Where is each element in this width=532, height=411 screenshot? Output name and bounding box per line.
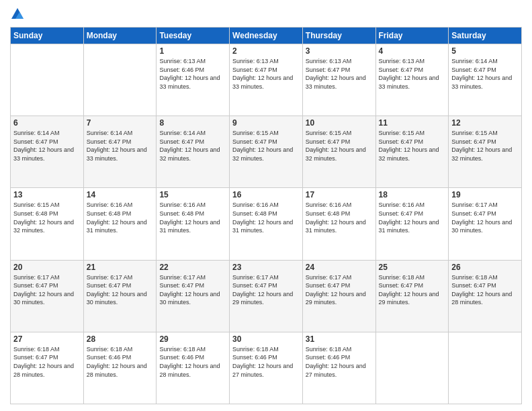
calendar-cell: 31Sunrise: 6:18 AM Sunset: 6:46 PM Dayli… — [302, 332, 375, 404]
calendar-cell: 10Sunrise: 6:15 AM Sunset: 6:47 PM Dayli… — [302, 116, 375, 188]
calendar-cell: 26Sunrise: 6:18 AM Sunset: 6:47 PM Dayli… — [449, 260, 522, 332]
calendar-day-header: Monday — [83, 28, 157, 44]
day-info: Sunrise: 6:14 AM Sunset: 6:47 PM Dayligh… — [159, 129, 226, 163]
day-number: 29 — [159, 334, 226, 344]
calendar-cell: 30Sunrise: 6:18 AM Sunset: 6:46 PM Dayli… — [230, 332, 303, 404]
day-number: 18 — [379, 190, 446, 199]
calendar-cell: 12Sunrise: 6:15 AM Sunset: 6:47 PM Dayli… — [449, 116, 522, 188]
calendar-day-header: Wednesday — [230, 28, 303, 44]
day-info: Sunrise: 6:18 AM Sunset: 6:46 PM Dayligh… — [232, 345, 300, 379]
calendar-cell: 11Sunrise: 6:15 AM Sunset: 6:47 PM Dayli… — [375, 116, 449, 188]
calendar-cell: 20Sunrise: 6:17 AM Sunset: 6:47 PM Dayli… — [11, 260, 84, 332]
day-info: Sunrise: 6:16 AM Sunset: 6:47 PM Dayligh… — [379, 201, 446, 234]
day-info: Sunrise: 6:13 AM Sunset: 6:47 PM Dayligh… — [379, 57, 446, 91]
day-number: 12 — [451, 118, 519, 128]
calendar-header-row: SundayMondayTuesdayWednesdayThursdayFrid… — [11, 28, 522, 44]
day-info: Sunrise: 6:17 AM Sunset: 6:47 PM Dayligh… — [87, 273, 154, 307]
day-number: 11 — [379, 118, 446, 128]
page: SundayMondayTuesdayWednesdayThursdayFrid… — [0, 0, 532, 411]
calendar-cell — [375, 332, 449, 404]
day-info: Sunrise: 6:13 AM Sunset: 6:47 PM Dayligh… — [232, 57, 300, 91]
day-info: Sunrise: 6:17 AM Sunset: 6:47 PM Dayligh… — [232, 273, 300, 307]
day-number: 14 — [87, 190, 154, 199]
calendar-day-header: Saturday — [449, 28, 522, 44]
day-info: Sunrise: 6:15 AM Sunset: 6:47 PM Dayligh… — [451, 129, 519, 163]
day-info: Sunrise: 6:14 AM Sunset: 6:47 PM Dayligh… — [87, 129, 154, 163]
calendar-week-row: 13Sunrise: 6:15 AM Sunset: 6:48 PM Dayli… — [11, 188, 522, 260]
calendar-cell: 23Sunrise: 6:17 AM Sunset: 6:47 PM Dayli… — [230, 260, 303, 332]
calendar-day-header: Sunday — [11, 28, 84, 44]
calendar-cell — [83, 44, 157, 116]
calendar-week-row: 1Sunrise: 6:13 AM Sunset: 6:46 PM Daylig… — [11, 44, 522, 116]
day-number: 1 — [159, 46, 226, 56]
day-number: 19 — [451, 190, 519, 199]
day-number: 2 — [232, 46, 300, 56]
calendar-cell: 14Sunrise: 6:16 AM Sunset: 6:48 PM Dayli… — [83, 188, 157, 260]
day-info: Sunrise: 6:16 AM Sunset: 6:48 PM Dayligh… — [232, 201, 300, 234]
calendar-cell: 24Sunrise: 6:17 AM Sunset: 6:47 PM Dayli… — [302, 260, 375, 332]
day-info: Sunrise: 6:13 AM Sunset: 6:47 PM Dayligh… — [306, 57, 373, 91]
day-number: 23 — [232, 263, 300, 272]
day-info: Sunrise: 6:16 AM Sunset: 6:48 PM Dayligh… — [87, 201, 154, 234]
day-info: Sunrise: 6:15 AM Sunset: 6:48 PM Dayligh… — [13, 201, 81, 234]
calendar-cell: 28Sunrise: 6:18 AM Sunset: 6:46 PM Dayli… — [83, 332, 157, 404]
day-info: Sunrise: 6:18 AM Sunset: 6:46 PM Dayligh… — [306, 345, 373, 379]
day-info: Sunrise: 6:15 AM Sunset: 6:47 PM Dayligh… — [232, 129, 300, 163]
calendar-cell: 7Sunrise: 6:14 AM Sunset: 6:47 PM Daylig… — [83, 116, 157, 188]
day-number: 26 — [451, 263, 519, 272]
day-info: Sunrise: 6:17 AM Sunset: 6:47 PM Dayligh… — [13, 273, 81, 307]
day-number: 15 — [159, 190, 226, 199]
day-number: 8 — [159, 118, 226, 128]
calendar-cell: 1Sunrise: 6:13 AM Sunset: 6:46 PM Daylig… — [157, 44, 230, 116]
logo-icon — [10, 7, 25, 21]
day-info: Sunrise: 6:15 AM Sunset: 6:47 PM Dayligh… — [306, 129, 373, 163]
calendar-week-row: 20Sunrise: 6:17 AM Sunset: 6:47 PM Dayli… — [11, 260, 522, 332]
day-number: 31 — [306, 334, 373, 344]
calendar-cell: 18Sunrise: 6:16 AM Sunset: 6:47 PM Dayli… — [375, 188, 449, 260]
day-number: 16 — [232, 190, 300, 199]
calendar-cell: 17Sunrise: 6:16 AM Sunset: 6:48 PM Dayli… — [302, 188, 375, 260]
calendar-cell: 4Sunrise: 6:13 AM Sunset: 6:47 PM Daylig… — [375, 44, 449, 116]
calendar-cell: 6Sunrise: 6:14 AM Sunset: 6:47 PM Daylig… — [11, 116, 84, 188]
day-info: Sunrise: 6:14 AM Sunset: 6:47 PM Dayligh… — [451, 57, 519, 91]
day-info: Sunrise: 6:18 AM Sunset: 6:47 PM Dayligh… — [451, 273, 519, 307]
day-info: Sunrise: 6:16 AM Sunset: 6:48 PM Dayligh… — [159, 201, 226, 234]
calendar-cell: 22Sunrise: 6:17 AM Sunset: 6:47 PM Dayli… — [157, 260, 230, 332]
day-info: Sunrise: 6:14 AM Sunset: 6:47 PM Dayligh… — [13, 129, 81, 163]
calendar-table: SundayMondayTuesdayWednesdayThursdayFrid… — [10, 27, 522, 404]
day-number: 5 — [451, 46, 519, 56]
calendar-cell: 19Sunrise: 6:17 AM Sunset: 6:47 PM Dayli… — [449, 188, 522, 260]
calendar-cell: 9Sunrise: 6:15 AM Sunset: 6:47 PM Daylig… — [230, 116, 303, 188]
calendar-day-header: Friday — [375, 28, 449, 44]
day-number: 17 — [306, 190, 373, 199]
day-number: 3 — [306, 46, 373, 56]
calendar-cell: 5Sunrise: 6:14 AM Sunset: 6:47 PM Daylig… — [449, 44, 522, 116]
header — [10, 7, 522, 21]
day-number: 28 — [87, 334, 154, 344]
calendar-cell: 15Sunrise: 6:16 AM Sunset: 6:48 PM Dayli… — [157, 188, 230, 260]
day-number: 30 — [232, 334, 300, 344]
calendar-day-header: Thursday — [302, 28, 375, 44]
day-info: Sunrise: 6:18 AM Sunset: 6:47 PM Dayligh… — [13, 345, 81, 379]
calendar-cell: 16Sunrise: 6:16 AM Sunset: 6:48 PM Dayli… — [230, 188, 303, 260]
calendar-cell: 27Sunrise: 6:18 AM Sunset: 6:47 PM Dayli… — [11, 332, 84, 404]
day-number: 6 — [13, 118, 81, 128]
day-number: 25 — [379, 263, 446, 272]
day-info: Sunrise: 6:15 AM Sunset: 6:47 PM Dayligh… — [379, 129, 446, 163]
day-number: 7 — [87, 118, 154, 128]
calendar-week-row: 27Sunrise: 6:18 AM Sunset: 6:47 PM Dayli… — [11, 332, 522, 404]
calendar-cell: 29Sunrise: 6:18 AM Sunset: 6:46 PM Dayli… — [157, 332, 230, 404]
day-info: Sunrise: 6:18 AM Sunset: 6:47 PM Dayligh… — [379, 273, 446, 307]
calendar-cell: 3Sunrise: 6:13 AM Sunset: 6:47 PM Daylig… — [302, 44, 375, 116]
day-number: 24 — [306, 263, 373, 272]
day-number: 20 — [13, 263, 81, 272]
day-number: 27 — [13, 334, 81, 344]
calendar-cell — [449, 332, 522, 404]
calendar-cell: 13Sunrise: 6:15 AM Sunset: 6:48 PM Dayli… — [11, 188, 84, 260]
day-info: Sunrise: 6:17 AM Sunset: 6:47 PM Dayligh… — [159, 273, 226, 307]
day-number: 9 — [232, 118, 300, 128]
day-number: 13 — [13, 190, 81, 199]
day-info: Sunrise: 6:18 AM Sunset: 6:46 PM Dayligh… — [87, 345, 154, 379]
day-number: 4 — [379, 46, 446, 56]
calendar-day-header: Tuesday — [157, 28, 230, 44]
